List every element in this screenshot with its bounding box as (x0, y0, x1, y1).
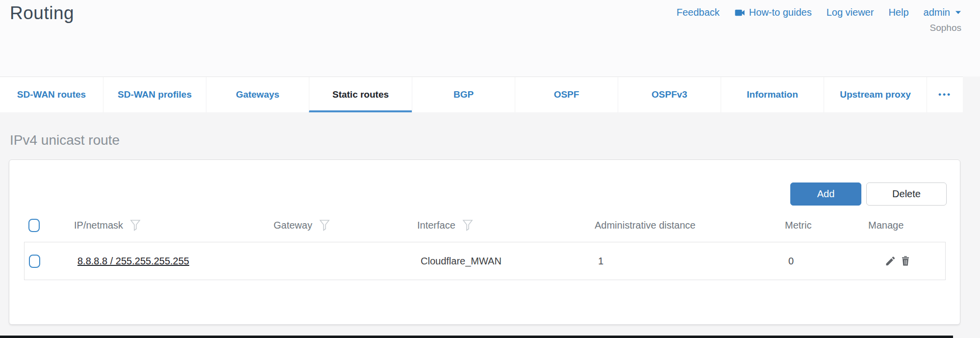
tab-gateways[interactable]: Gateways (206, 77, 309, 112)
utility-nav: Feedback How-to guides Log viewer Help a… (677, 7, 961, 18)
tab-bgp[interactable]: BGP (412, 77, 515, 112)
page-title: Routing (10, 3, 74, 24)
table-row: 8.8.8.8 / 255.255.255.255 Cloudflare_MWA… (24, 242, 946, 280)
bottom-edge-bar (0, 336, 953, 338)
feedback-link[interactable]: Feedback (677, 7, 720, 18)
column-header-gateway: Gateway (274, 220, 312, 231)
trash-icon[interactable] (900, 255, 911, 267)
admin-menu-label: admin (924, 7, 950, 18)
routes-card: Add Delete IP/netmask Gateway Interface … (9, 159, 960, 325)
route-manage-cell (869, 255, 945, 267)
caret-down-icon (955, 10, 961, 15)
filter-funnel-icon[interactable] (130, 219, 141, 232)
column-header-metric: Metric (785, 220, 811, 231)
column-header-manage: Manage (868, 220, 904, 231)
tab-upstream-proxy[interactable]: Upstream proxy (824, 77, 927, 112)
route-metric-cell: 0 (785, 256, 869, 267)
admin-menu[interactable]: admin (924, 7, 961, 18)
filter-funnel-icon[interactable] (319, 219, 330, 232)
route-ip-netmask-link[interactable]: 8.8.8.8 / 255.255.255.255 (77, 256, 189, 266)
filter-funnel-icon[interactable] (462, 219, 473, 232)
route-administrative-distance-cell: 1 (595, 256, 785, 267)
section-heading: IPv4 unicast route (10, 132, 120, 148)
add-button[interactable]: Add (790, 182, 861, 206)
howto-guides-label: How-to guides (749, 7, 812, 18)
tab-sd-wan-profiles[interactable]: SD-WAN profiles (103, 77, 206, 112)
brand-label: Sophos (930, 23, 961, 33)
tab-ospfv3[interactable]: OSPFv3 (618, 77, 721, 112)
help-link[interactable]: Help (888, 7, 908, 18)
tabbar: SD-WAN routes SD-WAN profiles Gateways S… (0, 77, 963, 112)
video-camera-icon (734, 8, 745, 17)
tab-information[interactable]: Information (721, 77, 824, 112)
route-interface-cell: Cloudflare_MWAN (418, 256, 595, 267)
select-all-checkbox[interactable] (28, 219, 40, 232)
row-checkbox[interactable] (29, 255, 40, 268)
toolbar: Add Delete (790, 182, 947, 206)
column-header-ip-netmask: IP/netmask (74, 220, 123, 231)
howto-guides-link[interactable]: How-to guides (734, 7, 812, 18)
tab-sd-wan-routes[interactable]: SD-WAN routes (0, 77, 103, 112)
ellipsis-more-icon[interactable]: ••• (927, 77, 963, 112)
table-header: IP/netmask Gateway Interface Administrat… (24, 213, 946, 237)
column-header-interface: Interface (417, 220, 455, 231)
delete-button[interactable]: Delete (866, 182, 947, 206)
tab-ospf[interactable]: OSPF (515, 77, 618, 112)
top-header: Routing Feedback How-to guides Log viewe… (0, 0, 980, 77)
log-viewer-link[interactable]: Log viewer (827, 7, 874, 18)
tab-static-routes[interactable]: Static routes (309, 77, 412, 112)
edit-pencil-icon[interactable] (884, 255, 896, 267)
column-header-administrative-distance: Administrative distance (595, 220, 696, 231)
